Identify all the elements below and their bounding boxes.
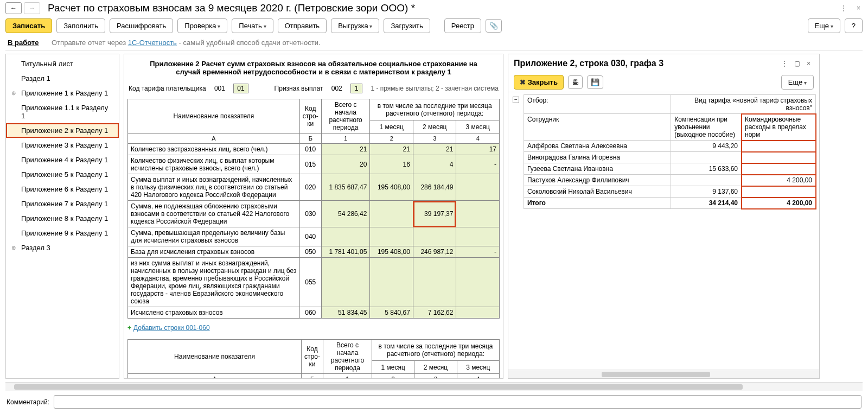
nav-item[interactable]: Приложение 6 к Разделу 1 [6, 182, 119, 196]
code-tariff-input[interactable]: 01 [233, 84, 248, 93]
cell-value[interactable]: 1 781 401,05 [321, 246, 370, 258]
comment-label: Комментарий: [7, 398, 49, 406]
table-row: Исчислено страховых взносов06051 834,455… [128, 307, 500, 319]
comment-input[interactable] [54, 395, 861, 409]
cell-value[interactable]: 5 840,67 [370, 307, 413, 319]
panel-title: Приложение 2, строка 030, графа 3 [514, 59, 778, 68]
table-row: Количество застрахованных лиц, всего (че… [128, 144, 500, 155]
cell-value[interactable]: 20 [321, 155, 370, 174]
col-header-employee: Сотрудник [524, 114, 671, 141]
cell-value[interactable]: 4 [413, 155, 456, 174]
cell-value[interactable]: 7 162,62 [413, 307, 456, 319]
add-rows-link[interactable]: Добавить строки 001-060 [133, 324, 210, 332]
cell-value[interactable] [321, 258, 370, 307]
cell-value[interactable]: 51 834,45 [321, 307, 370, 319]
row-code: 010 [299, 144, 321, 155]
panel-kebab-icon[interactable]: ⋮ [778, 59, 791, 68]
nav-item-label: Приложение 5 к Разделу 1 [21, 170, 108, 179]
table-row: Количество физических лиц, с выплат кото… [128, 155, 500, 174]
expander-icon[interactable]: ⊕ [11, 245, 16, 251]
import-button[interactable]: Загрузить [384, 18, 430, 33]
nav-item[interactable]: Приложение 9 к Разделу 1 [6, 226, 119, 240]
fill-button[interactable]: Заполнить [56, 18, 105, 33]
cell-value[interactable]: 39 197,37 [413, 201, 456, 227]
panel-horizontal-scrollbar[interactable] [508, 370, 819, 378]
table-row: Сумма, превышающая предельную величину б… [128, 227, 500, 246]
cell-value[interactable] [321, 227, 370, 246]
nav-item[interactable]: Приложение 8 к Разделу 1 [6, 211, 119, 226]
cell-value[interactable] [456, 174, 500, 201]
cell-value[interactable]: 54 286,42 [321, 201, 370, 227]
nav-back-button[interactable]: ← [5, 2, 22, 14]
nav-item[interactable]: Титульный лист [6, 56, 119, 71]
attach-icon[interactable] [486, 19, 502, 33]
cell-value[interactable]: 246 987,12 [413, 246, 456, 258]
nav-item-label: Приложение 7 к Разделу 1 [21, 200, 108, 208]
cell-value[interactable]: 16 [370, 155, 413, 174]
nav-item[interactable]: Раздел 1 [6, 71, 119, 86]
cell-value[interactable] [456, 307, 500, 319]
cell-value[interactable]: 21 [321, 144, 370, 155]
registry-button[interactable]: Реестр [444, 18, 481, 33]
cell-value[interactable]: - [456, 246, 500, 258]
cell-value[interactable] [456, 227, 500, 246]
one-c-reporting-link[interactable]: 1С-Отчетность [128, 39, 177, 47]
nav-item[interactable]: Приложение 2 к Разделу 1 [6, 123, 119, 138]
cell-value[interactable] [370, 227, 413, 246]
nav-item[interactable]: Приложение 3 к Разделу 1 [6, 138, 119, 153]
tree-collapse-icon[interactable]: − [513, 97, 519, 103]
report-table: Наименование показателя Код стро-ки Всег… [127, 99, 500, 319]
table-row: База для исчисления страховых взносов050… [128, 246, 500, 258]
section-tree: Титульный листРаздел 1⊕Приложение 1 к Ра… [5, 54, 119, 379]
compensation-cell [671, 175, 742, 186]
cell-value[interactable] [456, 258, 500, 307]
main-horizontal-scrollbar[interactable] [5, 382, 863, 391]
save-button[interactable]: Записать [5, 18, 52, 33]
nav-item[interactable]: Приложение 5 к Разделу 1 [6, 167, 119, 182]
detail-row: Пастухов Александр Филлипович4 200,00 [524, 175, 816, 186]
nav-item[interactable]: Приложение 1.1 к Разделу 1 [6, 100, 119, 123]
cell-value[interactable]: 195 408,00 [370, 246, 413, 258]
export-dropdown[interactable]: Выгрузка [331, 18, 379, 33]
panel-more-dropdown[interactable]: Еще [781, 75, 814, 90]
print-dropdown[interactable]: Печать [232, 18, 273, 33]
kebab-menu-icon[interactable]: ⋮ [838, 3, 849, 13]
check-dropdown[interactable]: Проверка [177, 18, 227, 33]
status-link[interactable]: В работе [8, 39, 39, 47]
row-code: 060 [299, 307, 321, 319]
cell-value[interactable]: 17 [456, 144, 500, 155]
cell-value[interactable] [413, 227, 456, 246]
nav-item-label: Приложение 3 к Разделу 1 [21, 141, 108, 149]
cell-value[interactable]: 286 184,49 [413, 174, 456, 201]
code-tariff-label: Код тарифа плательщика [129, 85, 206, 92]
nav-forward-button[interactable]: → [24, 2, 40, 14]
cell-value[interactable] [370, 258, 413, 307]
nav-item[interactable]: ⊕Раздел 3 [6, 240, 119, 255]
col-header-name: Наименование показателя [128, 99, 300, 134]
cell-value[interactable]: - [456, 155, 500, 174]
cell-value[interactable] [456, 201, 500, 227]
cell-value[interactable] [370, 201, 413, 227]
cell-value[interactable]: 21 [413, 144, 456, 155]
decode-button[interactable]: Расшифровать [110, 18, 173, 33]
nav-item[interactable]: Приложение 7 к Разделу 1 [6, 196, 119, 211]
cell-value[interactable]: 1 835 687,47 [321, 174, 370, 201]
nav-item[interactable]: ⊕Приложение 1 к Разделу 1 [6, 86, 119, 100]
pay-sign-hint: 1 - прямые выплаты; 2 - зачетная система [371, 85, 499, 92]
pay-sign-input[interactable]: 1 [350, 84, 362, 93]
send-button[interactable]: Отправить [278, 18, 327, 33]
panel-maximize-icon[interactable]: ▢ [791, 59, 803, 68]
nav-item-label: Приложение 6 к Разделу 1 [21, 185, 108, 193]
panel-print-icon[interactable]: 🖶 [568, 75, 583, 89]
cell-value[interactable]: 21 [370, 144, 413, 155]
cell-value[interactable]: 195 408,00 [370, 174, 413, 201]
expander-icon[interactable]: ⊕ [11, 90, 16, 96]
nav-item[interactable]: Приложение 4 к Разделу 1 [6, 153, 119, 167]
panel-close-button[interactable]: Закрыть [514, 75, 564, 90]
panel-close-icon[interactable]: × [803, 59, 814, 68]
window-close-icon[interactable]: × [854, 3, 863, 13]
panel-save-icon[interactable]: 💾 [587, 75, 603, 89]
cell-value[interactable] [413, 258, 456, 307]
help-button[interactable]: ? [845, 18, 863, 33]
more-dropdown[interactable]: Еще [808, 18, 840, 33]
